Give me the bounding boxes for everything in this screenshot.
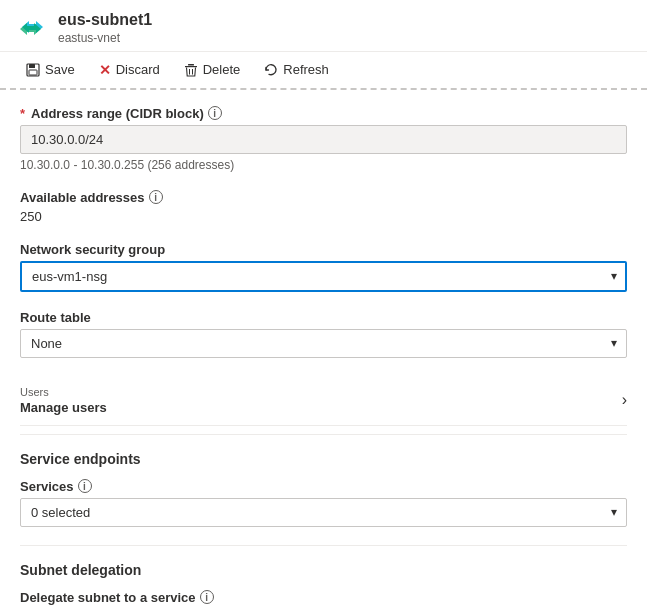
users-sublabel: Users: [20, 386, 107, 398]
nsg-label: Network security group: [20, 242, 627, 257]
route-table-select-wrapper: None ▾: [20, 329, 627, 358]
save-label: Save: [45, 62, 75, 77]
svg-rect-5: [29, 70, 37, 75]
refresh-label: Refresh: [283, 62, 329, 77]
form-content: * Address range (CIDR block) i 10.30.0.0…: [0, 90, 647, 605]
required-star: *: [20, 106, 25, 121]
services-info-icon[interactable]: i: [78, 479, 92, 493]
discard-label: Discard: [116, 62, 160, 77]
nsg-select[interactable]: eus-vm1-nsg: [20, 261, 627, 292]
services-select[interactable]: 0 selected: [20, 498, 627, 527]
divider-2: [20, 545, 627, 546]
subnet-delegation-section-header: Subnet delegation: [20, 562, 627, 578]
delegate-group: Delegate subnet to a service i None ▾: [20, 590, 627, 605]
available-addresses-label: Available addresses i: [20, 190, 627, 205]
address-range-info-icon[interactable]: i: [208, 106, 222, 120]
delegate-label: Delegate subnet to a service i: [20, 590, 627, 605]
subnet-icon: [16, 11, 48, 43]
services-group: Services i 0 selected ▾: [20, 479, 627, 527]
divider-1: [20, 434, 627, 435]
delete-button[interactable]: Delete: [174, 58, 251, 81]
address-range-input[interactable]: [20, 125, 627, 154]
svg-rect-7: [188, 64, 194, 66]
services-label: Services i: [20, 479, 627, 494]
route-table-select[interactable]: None: [20, 329, 627, 358]
manage-users-chevron-right-icon: ›: [622, 391, 627, 409]
delegate-info-icon[interactable]: i: [200, 590, 214, 604]
discard-button[interactable]: ✕ Discard: [89, 58, 170, 82]
available-addresses-info-icon[interactable]: i: [149, 190, 163, 204]
service-endpoints-section-header: Service endpoints: [20, 451, 627, 467]
refresh-icon: [264, 63, 278, 77]
manage-users-row[interactable]: Users Manage users ›: [20, 376, 627, 426]
page-title: eus-subnet1: [58, 10, 152, 31]
route-table-group: Route table None ▾: [20, 310, 627, 358]
page-subtitle: eastus-vnet: [58, 31, 152, 45]
available-addresses-group: Available addresses i 250: [20, 190, 627, 224]
svg-rect-6: [185, 66, 197, 67]
available-addresses-value: 250: [20, 209, 627, 224]
save-icon: [26, 63, 40, 77]
discard-icon: ✕: [99, 62, 111, 78]
delete-label: Delete: [203, 62, 241, 77]
save-button[interactable]: Save: [16, 58, 85, 81]
nsg-select-wrapper: eus-vm1-nsg ▾: [20, 261, 627, 292]
manage-users-left: Users Manage users: [20, 386, 107, 415]
route-table-label: Route table: [20, 310, 627, 325]
address-range-hint: 10.30.0.0 - 10.30.0.255 (256 addresses): [20, 158, 627, 172]
address-range-group: * Address range (CIDR block) i 10.30.0.0…: [20, 106, 627, 172]
delete-icon: [184, 63, 198, 77]
address-range-label: * Address range (CIDR block) i: [20, 106, 627, 121]
svg-rect-4: [29, 64, 35, 68]
nsg-group: Network security group eus-vm1-nsg ▾: [20, 242, 627, 292]
manage-users-label: Manage users: [20, 400, 107, 415]
toolbar: Save ✕ Discard Delete Refresh: [0, 52, 647, 90]
services-select-wrapper: 0 selected ▾: [20, 498, 627, 527]
page-header: eus-subnet1 eastus-vnet: [0, 0, 647, 52]
header-titles: eus-subnet1 eastus-vnet: [58, 10, 152, 45]
refresh-button[interactable]: Refresh: [254, 58, 339, 81]
